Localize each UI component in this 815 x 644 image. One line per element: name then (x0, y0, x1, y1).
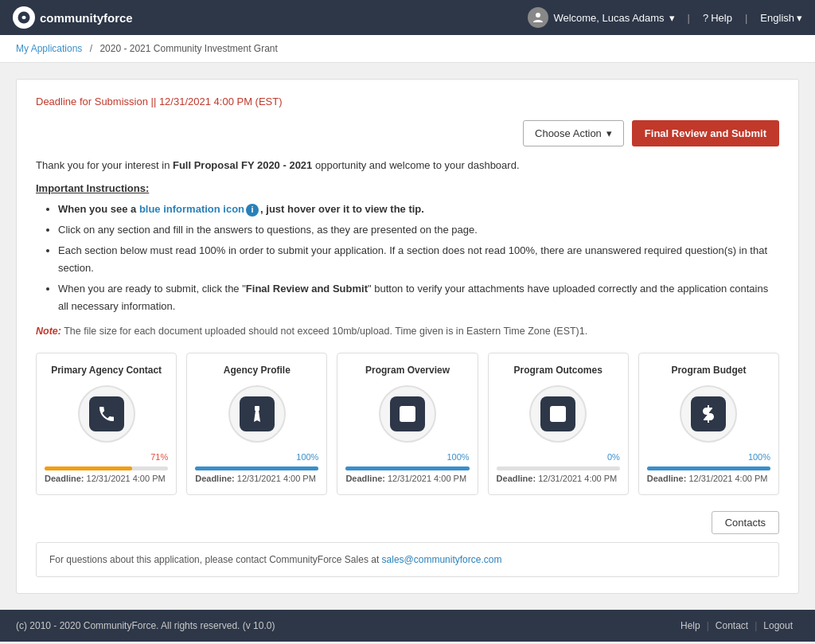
final-review-button[interactable]: Final Review and Submit (632, 120, 779, 146)
header-separator: | (688, 12, 690, 24)
svg-rect-3 (255, 406, 259, 411)
section-progress-bar-primary-agency-contact (45, 466, 168, 470)
contacts-label: Contacts (725, 517, 766, 529)
language-selector[interactable]: English ▾ (760, 12, 802, 24)
deadline-text: Deadline for Submission || 12/31/2021 4:… (36, 96, 779, 107)
section-deadline-agency-profile: Deadline: 12/31/2021 4:00 PM (195, 474, 318, 483)
blue-information-icon-label: blue information icon (139, 203, 244, 215)
instruction-2-text: Click on any section and fill in the ans… (58, 224, 478, 236)
section-card-primary-agency-contact[interactable]: Primary Agency Contact 71% Deadline: 12/… (36, 353, 177, 495)
logo-text: communityforce (40, 11, 133, 25)
contacts-bar: Contacts (36, 511, 779, 534)
deadline-value-program-outcomes: 12/31/2021 4:00 PM (538, 474, 617, 483)
instruction-item-3: Each section below must read 100% in ord… (58, 242, 779, 277)
section-icon-circle-primary-agency-contact (78, 385, 135, 443)
section-icon-circle-program-outcomes (529, 385, 587, 443)
section-progress-pct-program-overview: 100% (345, 452, 469, 462)
footer-help-link[interactable]: Help (674, 620, 707, 631)
section-progress-bar-program-budget (647, 466, 770, 470)
logo: communityforce (13, 6, 133, 29)
info-icon: i (246, 204, 259, 217)
bottom-footer: (c) 2010 - 2020 CommunityForce. All righ… (0, 610, 815, 642)
note-content: The file size for each document uploaded… (61, 326, 587, 337)
section-title-program-budget: Program Budget (647, 365, 770, 376)
lang-chevron-icon: ▾ (797, 12, 802, 24)
deadline-value-program-budget: 12/31/2021 4:00 PM (688, 474, 767, 483)
section-title-program-overview: Program Overview (345, 365, 469, 376)
instructions-list: When you see a blue information iconi, j… (36, 201, 779, 316)
section-icon-bg-program-overview (390, 396, 425, 431)
section-icon-bg-agency-profile (240, 396, 275, 431)
logo-icon (13, 6, 35, 29)
instructions-section: Important Instructions: When you see a b… (36, 182, 779, 337)
instruction-item-1: When you see a blue information iconi, j… (58, 201, 779, 218)
section-card-program-budget[interactable]: Program Budget 100% Deadline: 12/31/2021… (638, 353, 779, 495)
instruction-4-prefix: When you are ready to submit, click the … (58, 283, 246, 295)
section-deadline-program-outcomes: Deadline: 12/31/2021 4:00 PM (497, 474, 620, 483)
user-label: Welcome, Lucas Adams (553, 12, 664, 24)
breadcrumb: My Applications / 2020 - 2021 Community … (0, 35, 815, 63)
welcome-bold: Full Proposal FY 2020 - 2021 (173, 159, 312, 171)
footer-contact-text: For questions about this application, pl… (49, 554, 382, 565)
section-progress-pct-program-budget: 100% (647, 452, 770, 462)
deadline-label-program-overview: Deadline: (345, 474, 385, 483)
contacts-button[interactable]: Contacts (712, 511, 779, 534)
section-progress-fill-program-budget (647, 466, 770, 470)
instructions-heading: Important Instructions: (36, 182, 779, 194)
svg-rect-4 (400, 407, 415, 421)
help-link[interactable]: ? Help (703, 12, 732, 24)
section-progress-bar-program-overview (345, 466, 469, 470)
welcome-text: Thank you for your interest in Full Prop… (36, 159, 779, 171)
copyright-text: (c) 2010 - 2020 CommunityForce. All righ… (16, 620, 275, 631)
header-right: Welcome, Lucas Adams ▾ | ? Help | Englis… (528, 7, 802, 28)
deadline-value-program-overview: 12/31/2021 4:00 PM (388, 474, 466, 483)
section-progress-bar-agency-profile (195, 466, 318, 470)
section-progress-pct-agency-profile: 100% (195, 452, 318, 462)
user-chevron-icon: ▾ (669, 12, 675, 24)
deadline-value-agency-profile: 12/31/2021 4:00 PM (237, 474, 316, 483)
instruction-1-prefix: When you see a (58, 203, 139, 215)
section-card-program-outcomes[interactable]: Program Outcomes 0% Deadline: 12/31/2021… (488, 353, 629, 495)
instruction-item-4: When you are ready to submit, click the … (58, 280, 779, 315)
choose-action-chevron-icon: ▾ (606, 127, 612, 139)
section-title-primary-agency-contact: Primary Agency Contact (45, 365, 168, 376)
section-icon-circle-program-overview (379, 385, 436, 443)
sections-grid: Primary Agency Contact 71% Deadline: 12/… (36, 353, 779, 495)
section-progress-fill-primary-agency-contact (45, 466, 132, 470)
section-icon-circle-program-budget (680, 385, 737, 443)
svg-point-2 (536, 13, 540, 18)
section-card-agency-profile[interactable]: Agency Profile 100% Deadline: 12/31/2021… (186, 353, 327, 495)
section-deadline-program-budget: Deadline: 12/31/2021 4:00 PM (647, 474, 770, 483)
section-card-program-overview[interactable]: Program Overview 100% Deadline: 12/31/20… (337, 353, 478, 495)
final-review-label: Final Review and Submit (645, 127, 766, 139)
section-icon-circle-agency-profile (228, 385, 286, 443)
section-progress-pct-program-outcomes: 0% (497, 452, 620, 462)
instruction-4-bold: Final Review and Submit (246, 283, 368, 295)
footer-contact-email[interactable]: sales@communityforce.com (382, 554, 502, 565)
action-bar: Choose Action ▾ Final Review and Submit (36, 120, 779, 146)
section-deadline-primary-agency-contact: Deadline: 12/31/2021 4:00 PM (45, 474, 168, 483)
deadline-label-primary-agency-contact: Deadline: (45, 474, 84, 483)
footer-links: Help | Contact | Logout (674, 620, 799, 631)
breadcrumb-separator: / (90, 43, 92, 54)
choose-action-label: Choose Action (535, 127, 602, 139)
app-header: communityforce Welcome, Lucas Adams ▾ | … (0, 0, 815, 35)
choose-action-button[interactable]: Choose Action ▾ (523, 120, 624, 146)
breadcrumb-my-applications[interactable]: My Applications (16, 43, 82, 54)
footer-logout-link[interactable]: Logout (757, 620, 799, 631)
instruction-item-2: Click on any section and fill in the ans… (58, 221, 779, 239)
section-progress-fill-program-overview (345, 466, 469, 470)
lang-label: English (760, 12, 794, 24)
user-menu[interactable]: Welcome, Lucas Adams ▾ (528, 7, 674, 28)
avatar (528, 7, 548, 28)
deadline-value-primary-agency-contact: 12/31/2021 4:00 PM (87, 474, 166, 483)
footer-contact-link[interactable]: Contact (709, 620, 755, 631)
instruction-1-suffix: , just hover over it to view the tip. (260, 203, 424, 215)
main-card: Deadline for Submission || 12/31/2021 4:… (16, 79, 799, 594)
section-icon-bg-program-outcomes (540, 396, 575, 431)
help-question-icon: ? (703, 12, 708, 24)
section-progress-bar-program-outcomes (497, 466, 620, 470)
deadline-label-agency-profile: Deadline: (195, 474, 235, 483)
deadline-label-program-outcomes: Deadline: (497, 474, 536, 483)
section-progress-fill-agency-profile (195, 466, 318, 470)
